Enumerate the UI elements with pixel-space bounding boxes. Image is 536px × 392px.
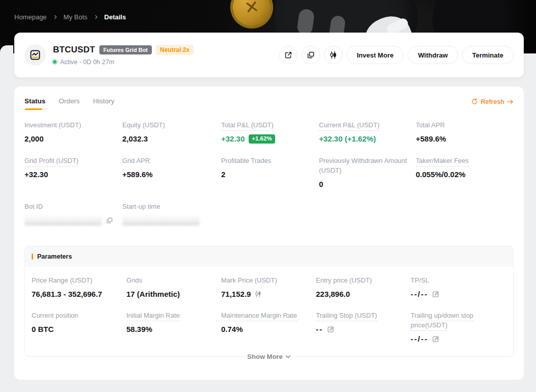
param-trailing-stop: Trailing Stop (USDT) -- (316, 311, 411, 343)
breadcrumb-chevron-icon (94, 15, 98, 19)
edit-trailing-stop-icon[interactable] (327, 325, 335, 333)
pl-percent-badge: +1.62% (249, 134, 275, 144)
stat-total-pl: Total P&L (USDT) +32.30 +1.62% (221, 120, 319, 144)
stat-value: 2,000 (24, 134, 115, 143)
param-label: Initial Margin Rate (126, 312, 180, 321)
breadcrumb-chevron-icon (53, 15, 58, 19)
param-value: 0 BTC (32, 325, 119, 333)
parameters-section: Parameters Price Range (USDT) 76,681.3 -… (24, 246, 514, 357)
bot-pair-title: BTCUSDT (53, 45, 95, 55)
bot-mode-badge: Neutral 2x (156, 45, 194, 55)
param-label: Maintenance Margin Rate (221, 312, 297, 321)
stat-profitable-trades: Profitable Trades 2 (221, 156, 319, 188)
copy-bot-button[interactable] (302, 46, 320, 64)
refresh-icon (471, 98, 478, 105)
startup-time-label: Start-up time (122, 203, 160, 210)
edit-trailing-updown-icon[interactable] (432, 335, 440, 343)
param-value: 0.74% (221, 325, 309, 333)
stat-value: +32.30 (24, 170, 115, 179)
stat-label: Equity (USDT) (122, 121, 165, 129)
breadcrumb-details: Details (104, 13, 126, 21)
arrow-right-icon (507, 99, 514, 104)
refresh-label: Refresh (480, 98, 504, 105)
grid-bot-icon (29, 49, 41, 61)
param-value: 17 (Arithmetic) (126, 290, 214, 298)
bot-id-blurred-value (24, 215, 102, 226)
bot-header-card: BTCUSDT Futures Grid Bot Neutral 2x Acti… (14, 33, 524, 77)
chart-view-button[interactable] (324, 46, 342, 64)
refresh-button[interactable]: Refresh (471, 98, 514, 109)
stat-value: 2 (221, 170, 312, 179)
param-label: Trailing Stop (USDT) (316, 312, 377, 321)
runtime-label: 0D 0h 27m (83, 59, 114, 66)
param-value: --/-- (411, 334, 428, 343)
status-label: Active (60, 59, 77, 66)
stat-grid-profit: Grid Profit (USDT) +32.30 (24, 156, 122, 188)
withdraw-button[interactable]: Withdraw (408, 46, 458, 64)
parameters-header: Parameters (25, 246, 513, 267)
param-label: Mark Price (USDT) (221, 276, 277, 284)
breadcrumb-homepage[interactable]: Homepage (14, 13, 47, 21)
show-more-label: Show More (247, 353, 282, 360)
tab-history[interactable]: History (93, 97, 115, 110)
param-label: Grids (126, 276, 142, 284)
param-tpsl: TP/SL --/-- (411, 275, 506, 298)
share-button[interactable] (279, 46, 298, 64)
candlestick-icon (329, 51, 337, 59)
stat-value: 2,032.3 (122, 134, 214, 143)
page-corner-curve (0, 45, 13, 53)
copy-icon (307, 51, 315, 59)
bot-id-cell: Bot ID (24, 202, 122, 226)
param-value: 71,152.9 (221, 290, 251, 298)
stat-label: Total APR (416, 121, 445, 129)
param-entry-price: Entry price (USDT) 223,896.0 (316, 275, 411, 298)
param-value: 76,681.3 - 352,696.7 (32, 290, 119, 298)
stat-fees: Taker/Maker Fees 0.055%/0.02% (416, 156, 514, 188)
param-label: Trailing up/down stop price(USDT) (411, 312, 473, 331)
param-value: 223,896.0 (316, 290, 404, 298)
startup-time-cell: Start-up time (122, 202, 221, 226)
param-label: Current position (32, 312, 78, 319)
chevron-down-icon (285, 355, 291, 359)
status-stats-grid: Investment (USDT) 2,000 Equity (USDT) 2,… (24, 120, 514, 188)
parameters-title: Parameters (37, 253, 72, 260)
tab-orders[interactable]: Orders (59, 97, 79, 110)
param-label: Entry price (USDT) (316, 276, 372, 284)
external-link-icon (284, 51, 292, 59)
tab-status[interactable]: Status (24, 97, 45, 110)
param-trailing-updown: Trailing up/down stop price(USDT) --/-- (411, 311, 506, 343)
mark-price-chart-icon[interactable] (254, 290, 262, 298)
bot-type-badge: Futures Grid Bot (99, 45, 152, 54)
stat-current-pl: Current P&L (USDT) +32.30 (+1.62%) (319, 120, 416, 144)
stat-value: +589.6% (416, 134, 506, 143)
bot-avatar (24, 44, 46, 66)
stat-grid-apr: Grid APR +589.6% (122, 156, 221, 188)
param-mark-price: Mark Price (USDT) 71,152.9 (221, 275, 316, 298)
tabs-bar: Status Orders History Refresh (24, 87, 514, 110)
stat-equity: Equity (USDT) 2,032.3 (122, 120, 221, 144)
copy-bot-id-icon[interactable] (106, 217, 113, 224)
bot-meta-row: Bot ID Start-up time (24, 202, 514, 226)
active-status-dot (53, 60, 57, 64)
param-value: 58.39% (126, 325, 214, 333)
terminate-button[interactable]: Terminate (462, 46, 514, 64)
breadcrumb-my-bots[interactable]: My Bots (64, 13, 88, 21)
param-price-range: Price Range (USDT) 76,681.3 - 352,696.7 (32, 275, 126, 298)
stat-total-apr: Total APR +589.6% (416, 120, 514, 144)
stat-label: Investment (USDT) (24, 121, 81, 129)
breadcrumb: Homepage My Bots Details (14, 13, 126, 21)
invest-more-button[interactable]: Invest More (346, 46, 404, 64)
param-initial-margin-rate: Initial Margin Rate 58.39% (126, 311, 221, 343)
show-more-button[interactable]: Show More (14, 353, 524, 360)
param-current-position: Current position 0 BTC (32, 311, 126, 343)
stat-value: +32.30 (+1.62%) (319, 134, 409, 143)
param-value: -- (316, 325, 323, 333)
stat-value: +589.6% (122, 170, 214, 179)
stat-label: Grid Profit (USDT) (24, 157, 78, 166)
stat-label: Previously Withdrawn Amount (USDT) (319, 157, 407, 174)
edit-tpsl-icon[interactable] (432, 290, 440, 298)
param-maintenance-margin-rate: Maintenance Margin Rate 0.74% (221, 311, 316, 343)
coin-symbol: ✕ (243, 0, 260, 18)
param-grids: Grids 17 (Arithmetic) (126, 275, 221, 298)
stat-label: Grid APR (122, 157, 150, 164)
